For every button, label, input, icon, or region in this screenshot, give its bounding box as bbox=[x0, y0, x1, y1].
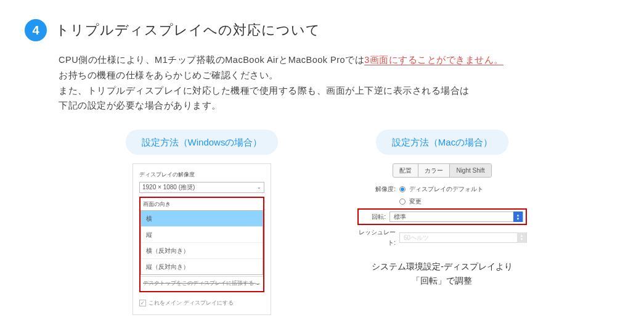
section-body: CPU側の仕様により、M1チップ搭載のMacBook AirとMacBook P… bbox=[59, 52, 619, 113]
mac-settings-mock: 配置 カラー Night Shift 解像度: ディスプレイのデフォルト 変更 … bbox=[357, 163, 527, 250]
orientation-option[interactable]: 縦（反対向き） bbox=[141, 258, 263, 274]
rotation-label: 回転: bbox=[361, 211, 386, 222]
tab-color[interactable]: カラー bbox=[418, 164, 449, 177]
resolution-select[interactable]: 1920 × 1080 (推奨) ⌄ bbox=[139, 182, 264, 193]
mac-heading: 設定方法（Macの場合） bbox=[376, 129, 508, 155]
rotation-value: 標準 bbox=[394, 211, 406, 222]
radio-change[interactable] bbox=[399, 199, 406, 205]
resolution-row-2: 変更 bbox=[357, 196, 527, 207]
section-header: 4 トリプルディスプレイへの対応について bbox=[25, 18, 619, 41]
stepper-arrows-icon: ▲▼ bbox=[513, 211, 523, 222]
mac-caption: システム環境設定-ディスプレイより 「回転」で調整 bbox=[372, 260, 513, 287]
resolution-row: 解像度: ディスプレイのデフォルト bbox=[357, 184, 527, 194]
tab-arrangement[interactable]: 配置 bbox=[393, 164, 418, 177]
tab-night-shift[interactable]: Night Shift bbox=[449, 164, 491, 177]
warning-text: 3画面にすることができません。 bbox=[364, 55, 503, 65]
columns: 設定方法（Windowsの場合） ディスプレイの解像度 1920 × 1080 … bbox=[25, 129, 619, 320]
windows-heading: 設定方法（Windowsの場合） bbox=[126, 129, 279, 155]
body-text: CPU側の仕様により、M1チップ搭載のMacBook AirとMacBook P… bbox=[59, 55, 364, 65]
mac-column: 設定方法（Macの場合） 配置 カラー Night Shift 解像度: ディス… bbox=[338, 129, 547, 287]
radio-default[interactable] bbox=[399, 186, 406, 192]
mac-tabs: 配置 カラー Night Shift bbox=[393, 163, 491, 178]
section-title: トリプルディスプレイへの対応について bbox=[55, 18, 320, 41]
windows-column: 設定方法（Windowsの場合） ディスプレイの解像度 1920 × 1080 … bbox=[97, 129, 307, 320]
checkbox-icon[interactable]: ✓ bbox=[139, 300, 146, 306]
highlight-frame: 画面の向き 横 縦 横（反対向き） 縦（反対向き） デスクトップをこのディスプレ… bbox=[139, 197, 264, 293]
refresh-row: レッシュレート: 60ヘルツ ▲▼ bbox=[357, 227, 527, 248]
orientation-option[interactable]: 縦 bbox=[141, 226, 263, 242]
step-badge: 4 bbox=[25, 19, 47, 41]
orientation-option[interactable]: 横（反対向き） bbox=[141, 242, 263, 258]
orientation-option[interactable]: 横 bbox=[141, 211, 263, 226]
stepper-arrows-icon: ▲▼ bbox=[517, 232, 526, 243]
body-text: また、トリプルディスプレイに対応した機種で使用する際も、画面が上下逆に表示される… bbox=[59, 83, 619, 99]
orientation-label: 画面の向き bbox=[141, 198, 263, 210]
main-display-row: ✓ これをメイン ディスプレイにする bbox=[139, 298, 264, 308]
body-text: 下記の設定が必要な場合があります。 bbox=[59, 98, 619, 113]
body-text: お持ちの機種の仕様をあらかじめご確認ください。 bbox=[59, 68, 619, 83]
highlight-frame: 回転: 標準 ▲▼ bbox=[357, 208, 527, 225]
refresh-select: 60ヘルツ ▲▼ bbox=[399, 232, 527, 243]
windows-settings-mock: ディスプレイの解像度 1920 × 1080 (推奨) ⌄ 画面の向き 横 縦 … bbox=[132, 163, 271, 314]
refresh-label: レッシュレート: bbox=[357, 227, 396, 248]
radio-change-label: 変更 bbox=[409, 196, 422, 207]
rotation-select[interactable]: 標準 ▲▼ bbox=[389, 211, 523, 222]
refresh-value: 60ヘルツ bbox=[404, 232, 429, 243]
orientation-list: 横 縦 横（反対向き） 縦（反対向き） bbox=[141, 210, 263, 275]
chevron-down-icon: ⌄ bbox=[257, 183, 261, 192]
radio-default-label: ディスプレイのデフォルト bbox=[409, 184, 483, 194]
main-display-label: これをメイン ディスプレイにする bbox=[149, 298, 234, 308]
struck-setting: デスクトップをこのディスプレイに拡張する ⌄ bbox=[141, 276, 263, 290]
resolution-label: ディスプレイの解像度 bbox=[139, 170, 264, 179]
resolution-label: 解像度: bbox=[357, 184, 396, 194]
resolution-value: 1920 × 1080 (推奨) bbox=[142, 182, 195, 192]
